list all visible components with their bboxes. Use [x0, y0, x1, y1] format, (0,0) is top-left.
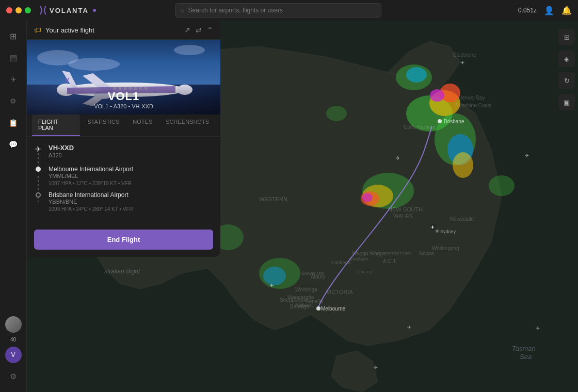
- ballarat-label: Ballarat: [295, 302, 313, 308]
- wodonga-label: Wodonga: [295, 287, 317, 292]
- user-avatar[interactable]: V: [5, 347, 22, 363]
- sidebar-item-feed[interactable]: ▤: [4, 48, 23, 67]
- maximize-button[interactable]: [25, 7, 31, 13]
- traffic-lights: [6, 7, 31, 13]
- act-territory: TERRITORY: [386, 251, 412, 256]
- search-icon: ⌕: [181, 7, 184, 14]
- act-label: A.C.T.: [383, 258, 397, 264]
- panel-title: Your active flight: [45, 26, 94, 34]
- origin-dot: [36, 167, 41, 172]
- title-bar: ⟩⟨ VOLANTA ⌕ 0.051z 👤 🔔: [0, 0, 578, 21]
- filter-button[interactable]: ◈: [558, 51, 575, 67]
- logo: ⟩⟨ VOLANTA: [39, 5, 96, 16]
- refresh-panel-icon[interactable]: ↗: [184, 26, 190, 34]
- departure-plane-icon: ✈: [35, 145, 41, 153]
- panel-header: 🏷 Your active flight ↗ ⇄ ⌃: [27, 21, 220, 40]
- plane-marker-7: ✈: [536, 325, 540, 331]
- bell-icon[interactable]: 🔔: [561, 6, 572, 15]
- info-button[interactable]: ▣: [558, 94, 575, 110]
- sidebar-item-flights[interactable]: ✈: [4, 70, 23, 89]
- flight-id-sub: VOL1 • A320 • VH-XXD: [94, 103, 153, 109]
- plane-marker-3: ✈: [460, 60, 464, 66]
- origin-details: 1007 HPA • 12°C • 239°19 KT • VFR: [49, 181, 213, 186]
- sunshine-label: Sunshine Coast: [455, 103, 492, 108]
- avatar-image: [5, 316, 22, 333]
- tab-statistics[interactable]: STATISTICS: [81, 115, 125, 136]
- coffs-label: Coffs Harbour: [404, 124, 436, 130]
- tasman-label-2: Sea: [520, 353, 532, 361]
- sidebar-item-logbook[interactable]: 📋: [4, 113, 23, 132]
- svg-text:✈: ✈: [430, 224, 435, 230]
- sidebar-item-map[interactable]: ⊞: [4, 27, 23, 45]
- filter-icon: ◈: [564, 55, 569, 63]
- svg-point-3: [438, 119, 442, 123]
- collapse-panel-icon[interactable]: ⌃: [207, 26, 213, 34]
- melbourne-marker: Melbourne: [316, 306, 346, 312]
- hervey-label: Hervey Bay: [458, 95, 485, 101]
- svg-text:V: V: [65, 77, 69, 84]
- weather-green-9: [326, 106, 347, 121]
- destination-info: Brisbane International Airport YBBN/BNE …: [49, 191, 213, 212]
- route-destination-item: Brisbane International Airport YBBN/BNE …: [34, 191, 213, 212]
- logo-icon: ⟩⟨: [39, 5, 46, 16]
- destination-icon-wrap: [34, 191, 42, 198]
- search-input[interactable]: [188, 7, 376, 14]
- sidebar-item-events[interactable]: ⚙: [4, 92, 23, 110]
- newcastle-label: Newcastle: [450, 216, 474, 222]
- route-aircraft-type: A320: [49, 152, 213, 158]
- nowra-label: Nowra: [419, 251, 434, 256]
- wollongong-label: Wollongong: [432, 246, 459, 251]
- panel-header-right: ↗ ⇄ ⌃: [184, 26, 213, 34]
- settings-item[interactable]: ⚙: [4, 367, 23, 386]
- svg-point-7: [436, 230, 439, 233]
- panel-header-left: 🏷 Your active flight: [34, 26, 94, 34]
- settings-icon: ⚙: [10, 372, 17, 381]
- sidebar-item-community[interactable]: 💬: [4, 135, 23, 154]
- plane-marker-2: ✈: [525, 153, 529, 158]
- flight-panel: 🏷 Your active flight ↗ ⇄ ⌃: [27, 21, 220, 257]
- sidebar-bottom: 40 V ⚙: [4, 316, 23, 386]
- close-button[interactable]: [6, 7, 12, 13]
- flights-icon: ✈: [10, 75, 17, 84]
- destination-dot: [36, 192, 41, 198]
- route-origin-item: Melbourne International Airport YMML/MEL…: [34, 166, 213, 186]
- route-plane-icon-wrap: ✈: [34, 144, 42, 153]
- flight-id-overlay: VOL1 VOL1 • A320 • VH-XXD: [94, 90, 153, 109]
- gladstone-label: Gladstone: [453, 52, 476, 58]
- plane-marker-5: ✈: [407, 324, 411, 330]
- bookmark-icon: 🏷: [34, 26, 41, 34]
- origin-info: Melbourne International Airport YMML/MEL…: [49, 166, 213, 186]
- tasman-label-1: Tasman: [512, 345, 536, 352]
- aircraft-marker: ✈: [430, 224, 436, 230]
- plane-marker-4: ✈: [269, 283, 274, 288]
- tabs: FLIGHT PLAN STATISTICS NOTES SCREENSHOTS: [27, 115, 220, 137]
- destination-details: 1009 HPA • 24°C • 280° 14 KT • VFR: [49, 206, 213, 212]
- vic-label: VICTORIA: [326, 289, 353, 295]
- settings-panel-icon[interactable]: ⇄: [196, 26, 202, 34]
- layers-button[interactable]: ⊞: [558, 29, 575, 45]
- end-flight-button[interactable]: End Flight: [34, 230, 213, 250]
- nsw-label-2: WALES: [393, 213, 413, 219]
- events-icon: ⚙: [10, 97, 17, 105]
- route-callsign-info: VH-XXD A320: [49, 144, 213, 158]
- header-right: 0.051z 👤 🔔: [518, 6, 572, 15]
- community-icon: 💬: [9, 140, 18, 149]
- svg-point-5: [316, 306, 320, 311]
- search-bar[interactable]: ⌕: [175, 3, 381, 18]
- avatar[interactable]: [5, 316, 22, 333]
- minimize-button[interactable]: [15, 7, 22, 13]
- svg-text:Sydney: Sydney: [440, 229, 456, 234]
- logo-text: VOLANTA: [50, 7, 89, 14]
- tab-flight-plan[interactable]: FLIGHT PLAN: [32, 115, 80, 136]
- flight-id-big: VOL1: [94, 90, 153, 103]
- refresh-icon: ↻: [564, 77, 570, 85]
- tab-screenshots[interactable]: SCREENSHOTS: [159, 115, 215, 136]
- tab-notes[interactable]: NOTES: [126, 115, 158, 136]
- weather-blue-2: [406, 67, 427, 83]
- user-icon[interactable]: 👤: [544, 6, 554, 15]
- wagga-label: Wagga Wagga: [352, 251, 386, 256]
- plane-marker-6: ✈: [374, 365, 378, 370]
- route-callsign-item: ✈ VH-XXD A320: [34, 144, 213, 158]
- refresh-button[interactable]: ↻: [558, 72, 575, 89]
- snowy-label: Snowy Mts: [301, 271, 325, 276]
